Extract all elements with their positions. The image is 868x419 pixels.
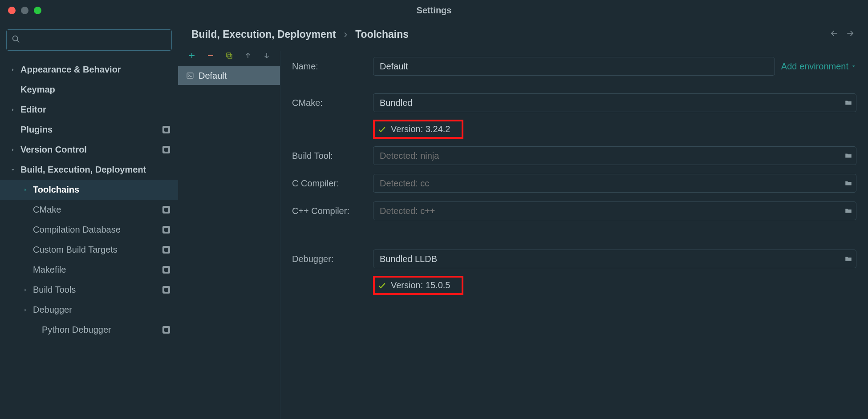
sidebar-item-label: Appearance & Behavior xyxy=(20,64,121,75)
toolchain-item-default[interactable]: Default xyxy=(178,66,280,85)
browse-icon[interactable] xyxy=(844,255,853,263)
cmake-version-highlight: Version: 3.24.2 xyxy=(373,120,463,139)
sidebar-item-appearance-behavior[interactable]: Appearance & Behavior xyxy=(0,60,178,80)
sidebar-item-build-execution-deployment[interactable]: Build, Execution, Deployment xyxy=(0,160,178,180)
cmake-version-text: Version: 3.24.2 xyxy=(391,124,450,134)
project-scope-badge-icon xyxy=(162,126,170,133)
cppcompiler-input[interactable] xyxy=(373,201,856,220)
settings-sidebar: Appearance & BehaviorKeymapEditorPlugins… xyxy=(0,20,178,419)
settings-search[interactable] xyxy=(6,29,172,51)
chevron-down-icon xyxy=(10,167,16,173)
sidebar-item-debugger[interactable]: Debugger xyxy=(0,300,178,320)
project-scope-badge-icon xyxy=(162,266,170,274)
nav-forward-icon[interactable] xyxy=(846,29,855,40)
chevron-right-icon xyxy=(10,147,16,153)
cmake-input[interactable] xyxy=(373,93,856,112)
breadcrumb: Build, Execution, Deployment › Toolchain… xyxy=(191,28,409,40)
sidebar-item-cmake[interactable]: CMake xyxy=(0,200,178,220)
sidebar-item-label: Toolchains xyxy=(33,185,79,195)
check-icon xyxy=(377,281,386,290)
project-scope-badge-icon xyxy=(162,226,170,234)
window-minimize-button[interactable] xyxy=(21,7,28,14)
chevron-right-icon xyxy=(10,107,16,113)
project-scope-badge-icon xyxy=(162,146,170,153)
sidebar-item-label: Debugger xyxy=(33,305,72,315)
sidebar-item-label: Build, Execution, Deployment xyxy=(20,165,146,175)
toolchain-item-label: Default xyxy=(199,71,227,81)
project-scope-badge-icon xyxy=(162,326,170,334)
sidebar-item-custom-build-targets[interactable]: Custom Build Targets xyxy=(0,240,178,260)
window-traffic-lights xyxy=(8,7,41,14)
sidebar-item-editor[interactable]: Editor xyxy=(0,100,178,120)
sidebar-item-compilation-database[interactable]: Compilation Database xyxy=(0,220,178,240)
move-up-button[interactable] xyxy=(244,51,252,60)
chevron-right-icon xyxy=(22,307,28,313)
sidebar-item-toolchains[interactable]: Toolchains xyxy=(0,180,178,200)
sidebar-item-label: Build Tools xyxy=(33,285,76,295)
add-toolchain-button[interactable] xyxy=(188,51,196,60)
cmake-label: CMake: xyxy=(292,98,373,108)
window-title: Settings xyxy=(417,5,452,16)
settings-tree: Appearance & BehaviorKeymapEditorPlugins… xyxy=(0,57,178,419)
check-icon xyxy=(377,125,386,134)
chevron-right-icon xyxy=(22,187,28,193)
name-label: Name: xyxy=(292,61,373,72)
browse-icon[interactable] xyxy=(844,207,853,215)
move-down-button[interactable] xyxy=(263,51,271,60)
svg-line-1 xyxy=(17,40,19,42)
settings-main: Build, Execution, Deployment › Toolchain… xyxy=(178,20,868,419)
toolchain-form: Name: Add environment CMake: xyxy=(280,51,868,419)
debugger-version-highlight: Version: 15.0.5 xyxy=(373,276,463,295)
sidebar-item-label: Custom Build Targets xyxy=(33,245,118,255)
ccompiler-input[interactable] xyxy=(373,174,856,193)
breadcrumb-separator: › xyxy=(344,28,348,40)
window-close-button[interactable] xyxy=(8,7,16,14)
chevron-right-icon xyxy=(10,67,16,73)
remove-toolchain-button[interactable] xyxy=(207,51,215,60)
settings-search-input[interactable] xyxy=(21,35,167,45)
browse-icon[interactable] xyxy=(844,99,853,107)
search-icon xyxy=(11,34,21,46)
sidebar-item-label: Python Debugger xyxy=(42,325,111,335)
buildtool-label: Build Tool: xyxy=(292,151,373,161)
toolchain-toolbar xyxy=(178,51,280,66)
sidebar-item-label: Makefile xyxy=(33,265,66,275)
window-maximize-button[interactable] xyxy=(34,7,41,14)
toolchain-list-panel: Default xyxy=(178,51,280,419)
debugger-input[interactable] xyxy=(373,250,856,268)
sidebar-item-label: Keymap xyxy=(20,85,55,95)
svg-point-0 xyxy=(13,36,18,40)
debugger-version-text: Version: 15.0.5 xyxy=(391,280,450,290)
sidebar-item-keymap[interactable]: Keymap xyxy=(0,80,178,100)
buildtool-input[interactable] xyxy=(373,146,856,165)
ccompiler-label: C Compiler: xyxy=(292,178,373,189)
sidebar-item-label: CMake xyxy=(33,205,61,215)
browse-icon[interactable] xyxy=(844,179,853,187)
titlebar: Settings xyxy=(0,0,868,20)
copy-toolchain-button[interactable] xyxy=(225,51,233,60)
sidebar-item-label: Plugins xyxy=(20,125,53,135)
breadcrumb-current: Toolchains xyxy=(355,28,409,40)
project-scope-badge-icon xyxy=(162,246,170,254)
sidebar-item-plugins[interactable]: Plugins xyxy=(0,120,178,140)
sidebar-item-build-tools[interactable]: Build Tools xyxy=(0,280,178,300)
browse-icon[interactable] xyxy=(844,152,853,160)
cppcompiler-label: C++ Compiler: xyxy=(292,206,373,216)
svg-rect-5 xyxy=(228,54,232,58)
sidebar-item-python-debugger[interactable]: Python Debugger xyxy=(0,320,178,340)
sidebar-item-makefile[interactable]: Makefile xyxy=(0,260,178,280)
sidebar-item-label: Compilation Database xyxy=(33,225,121,235)
project-scope-badge-icon xyxy=(162,206,170,214)
svg-rect-9 xyxy=(187,73,193,78)
chevron-right-icon xyxy=(22,287,28,293)
nav-back-icon[interactable] xyxy=(830,29,839,40)
add-environment-link[interactable]: Add environment xyxy=(781,61,856,72)
terminal-icon xyxy=(186,72,194,80)
name-input[interactable] xyxy=(373,57,775,76)
project-scope-badge-icon xyxy=(162,286,170,294)
breadcrumb-parent[interactable]: Build, Execution, Deployment xyxy=(191,28,336,40)
svg-rect-6 xyxy=(227,53,231,57)
sidebar-item-label: Editor xyxy=(20,105,46,115)
sidebar-item-version-control[interactable]: Version Control xyxy=(0,140,178,160)
sidebar-item-label: Version Control xyxy=(20,145,87,155)
